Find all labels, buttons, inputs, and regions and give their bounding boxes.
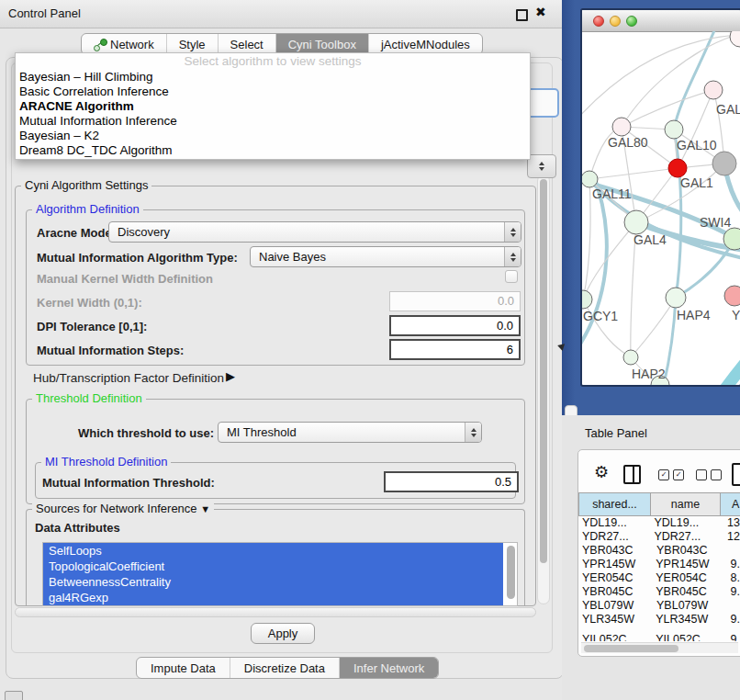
dpi-tolerance-input[interactable]: 0.0: [389, 315, 521, 336]
node-hap2[interactable]: [623, 350, 638, 365]
mac-close-button[interactable]: [593, 16, 604, 27]
manual-kernel-width-checkbox[interactable]: [505, 270, 518, 283]
mi-algorithm-type-label: Mutual Information Algorithm Type:: [37, 251, 238, 265]
list-item[interactable]: TopologicalCoefficient: [43, 559, 503, 574]
list-item[interactable]: SelfLoops: [43, 543, 503, 559]
algorithm-option[interactable]: Basic Correlation Inference: [16, 85, 530, 99]
sources-group-title: Sources for Network Inference ▼: [32, 502, 214, 515]
tab-infer-network[interactable]: Infer Network: [339, 658, 438, 678]
node-gal4[interactable]: [624, 210, 648, 234]
mi-threshold-group-title: MI Threshold Definition: [41, 455, 171, 469]
tab-style[interactable]: Style: [166, 34, 218, 54]
mac-zoom-button[interactable]: [626, 16, 637, 27]
node-y-partial[interactable]: [724, 286, 740, 306]
data-attributes-list[interactable]: SelfLoops TopologicalCoefficient Between…: [42, 542, 518, 606]
combo-spinner-icon: [504, 222, 521, 242]
list-scrollbar[interactable]: [507, 546, 515, 599]
table-row[interactable]: YBL079WYBL079W: [578, 599, 740, 613]
threshold-definition-title: Threshold Definition: [32, 391, 146, 405]
algorithm-option[interactable]: Bayesian – K2: [16, 129, 530, 143]
table-body: YDL19...YDL19...13 YDR27...YDR27...12 YB…: [578, 516, 740, 641]
file-icon[interactable]: [732, 463, 740, 486]
aracne-mode-select[interactable]: Discovery: [108, 221, 521, 243]
network-canvas[interactable]: GAL GAL80 GAL10 GAL1 GAL11 SWI4 GAL4 GCY…: [582, 31, 740, 387]
mi-algorithm-type-select[interactable]: Naive Bayes: [250, 246, 521, 267]
gear-icon[interactable]: ⚙: [594, 462, 609, 482]
network-view-window: GAL GAL80 GAL10 GAL1 GAL11 SWI4 GAL4 GCY…: [580, 8, 740, 387]
cyni-algorithm-settings-title: Cyni Algorithm Settings: [21, 178, 151, 192]
kernel-width-input: 0.0: [389, 291, 521, 311]
table-horizontal-scrollbar[interactable]: [581, 642, 738, 653]
node-label: GAL1: [680, 175, 713, 190]
node-gal11[interactable]: [582, 171, 598, 187]
float-window-icon[interactable]: [516, 9, 528, 21]
column-header-name[interactable]: name: [651, 492, 721, 516]
tab-discretize-data[interactable]: Discretize Data: [230, 658, 339, 678]
table-row[interactable]: YER054CYER054C8.: [578, 571, 740, 585]
node-gal10[interactable]: [665, 120, 683, 139]
node-gcy1[interactable]: [582, 290, 592, 309]
tab-cyni-toolbox[interactable]: Cyni Toolbox: [275, 34, 368, 54]
network-combobox-fragment[interactable]: [527, 154, 556, 178]
tab-jactivemnodules[interactable]: jActiveMNodules: [368, 34, 482, 54]
algorithm-option[interactable]: Dream8 DC_TDC Algorithm: [16, 143, 530, 158]
table-row[interactable]: YLR345WYLR345W9.: [578, 613, 740, 627]
tab-select[interactable]: Select: [218, 34, 275, 54]
settings-horizontal-scrollbar[interactable]: [15, 607, 536, 617]
table-row[interactable]: YDR27...YDR27...12: [578, 530, 740, 544]
dpi-tolerance-label: DPI Tolerance [0,1]:: [37, 320, 147, 333]
node-label: GAL4: [633, 232, 667, 247]
algorithm-option-highlighted[interactable]: ARACNE Algorithm: [16, 99, 530, 114]
control-panel-titlebar: Control Panel ✖: [0, 0, 569, 28]
node-gray[interactable]: [712, 152, 736, 175]
control-panel-title: Control Panel: [8, 6, 81, 20]
algorithm-definition-title: Algorithm Definition: [32, 202, 143, 216]
table-panel-title: Table Panel: [585, 426, 647, 440]
which-threshold-select[interactable]: MI Threshold: [218, 422, 482, 443]
algorithm-option[interactable]: Mutual Information Inference: [16, 114, 530, 129]
network-icon: [94, 39, 106, 51]
table-row[interactable]: YIL052CYIL052C9.: [578, 633, 740, 641]
network-window-titlebar[interactable]: [582, 10, 740, 32]
node-partial-top[interactable]: [730, 31, 740, 47]
mi-steps-label: Mutual Information Steps:: [37, 344, 184, 357]
column-header-shared-name[interactable]: shared...: [578, 492, 651, 516]
node-hap4[interactable]: [666, 288, 686, 308]
list-item[interactable]: gal4RGexp: [43, 590, 503, 605]
node-label: SWI4: [700, 215, 731, 230]
mi-algorithm-type-value: Naive Bayes: [259, 250, 326, 264]
close-icon[interactable]: ✖: [535, 5, 546, 19]
panel-corner-button[interactable]: [5, 691, 23, 700]
mac-minimize-button[interactable]: [610, 16, 621, 27]
table-row[interactable]: YDL19...YDL19...13: [578, 516, 740, 530]
tab-network[interactable]: Network: [82, 34, 166, 54]
node-gal1[interactable]: [668, 159, 687, 177]
collapsed-arrow-icon[interactable]: ▶: [226, 369, 235, 383]
mi-steps-input[interactable]: 6: [389, 339, 521, 360]
hub-definition-toggle[interactable]: Hub/Transcription Factor Definition: [33, 371, 224, 385]
node-label: HAP2: [632, 367, 666, 381]
mi-threshold-input[interactable]: 0.5: [384, 471, 519, 492]
apply-button[interactable]: Apply: [251, 623, 315, 644]
column-header-partial[interactable]: A: [721, 492, 740, 516]
expanded-arrow-icon[interactable]: ▼: [200, 503, 210, 514]
algorithm-option[interactable]: Bayesian – Hill Climbing: [16, 70, 530, 85]
which-threshold-value: MI Threshold: [227, 425, 297, 439]
table-row[interactable]: YBR045CYBR045C9.: [578, 585, 740, 599]
manual-kernel-width-label: Manual Kernel Width Definition: [37, 272, 213, 286]
screen: Control Panel ✖ Network Style Select Cyn…: [0, 0, 740, 700]
deselect-all-checkboxes-icon[interactable]: [696, 469, 722, 480]
node-gal-partial[interactable]: [704, 81, 723, 99]
node-label: GCY1: [583, 309, 618, 323]
select-all-checkboxes-icon[interactable]: ✓✓: [658, 469, 684, 480]
node-gal80[interactable]: [612, 118, 631, 136]
table-row[interactable]: YBR043CYBR043C: [578, 544, 740, 558]
tab-impute-data[interactable]: Impute Data: [137, 658, 230, 678]
list-item[interactable]: BetweennessCentrality: [43, 574, 503, 590]
columns-icon[interactable]: [623, 465, 641, 484]
table-row[interactable]: YPR145WYPR145W9.: [578, 558, 740, 571]
aracne-mode-label: Aracne Mode:: [37, 226, 116, 240]
settings-vertical-scrollbar[interactable]: [537, 175, 550, 604]
node-label: GAL: [716, 102, 740, 117]
algorithm-placeholder: Select algorithm to view settings: [16, 53, 530, 70]
